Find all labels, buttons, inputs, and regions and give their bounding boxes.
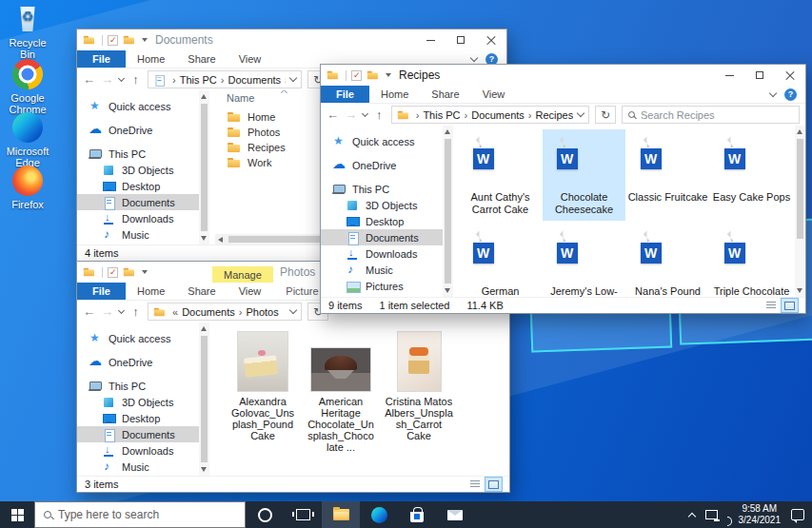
minimize-button[interactable] [714, 65, 744, 86]
details-view-button[interactable] [466, 478, 483, 491]
breadcrumb-segment[interactable]: This PC [180, 74, 217, 86]
search-input[interactable] [641, 109, 793, 121]
sidebar-item[interactable]: 3D Objects [321, 197, 443, 213]
file-explorer-taskbar-button[interactable] [322, 501, 360, 528]
breadcrumb-segment[interactable]: This PC [423, 109, 460, 121]
ribbon-tab[interactable]: View [471, 86, 517, 103]
details-view-button[interactable] [762, 299, 779, 312]
hidden-icons-chevron-icon[interactable] [687, 512, 695, 519]
breadcrumb-segment[interactable]: › [172, 74, 176, 86]
sidebar-item[interactable]: Desktop [77, 410, 199, 426]
minimize-button[interactable] [415, 29, 446, 50]
qat-properties-icon[interactable] [108, 35, 118, 46]
close-button[interactable] [476, 29, 506, 50]
qat-customize-caret-icon[interactable] [142, 38, 148, 42]
ribbon-tab[interactable]: File [77, 50, 126, 68]
scrollbar-thumb[interactable] [797, 139, 803, 239]
titlebar[interactable]: Recipes [321, 65, 805, 86]
ribbon-tab[interactable]: Share [176, 50, 227, 68]
breadcrumb-segment[interactable]: Documents [182, 306, 235, 318]
scroll-down-icon[interactable] [797, 288, 802, 293]
explorer-system-icon[interactable] [327, 69, 339, 81]
scroll-up-icon[interactable] [201, 94, 207, 99]
word-file-tile[interactable]: Easy Cake Pops [710, 129, 793, 221]
breadcrumb-segment[interactable]: › [221, 74, 225, 86]
sidebar-item[interactable]: 3D Objects [77, 162, 199, 178]
search-box[interactable] [622, 106, 800, 124]
scrollbar-thumb[interactable] [445, 139, 451, 284]
sidebar-item[interactable]: Quick access [321, 133, 443, 149]
scrollbar-thumb[interactable] [201, 336, 208, 462]
desktop-icon[interactable]: Firefox [0, 166, 55, 210]
refresh-button[interactable] [595, 106, 616, 124]
sidebar-scrollbar[interactable] [199, 323, 209, 476]
qat-new-folder-icon[interactable] [123, 34, 135, 46]
qat-new-folder-icon[interactable] [366, 69, 379, 81]
word-file-tile[interactable]: Nana's Pound Cake [626, 224, 709, 297]
folder-item[interactable]: Home [227, 109, 286, 125]
sidebar-item[interactable]: Desktop [321, 213, 443, 229]
ribbon-tab[interactable]: Share [420, 86, 470, 103]
sidebar-item[interactable]: Downloads [77, 210, 199, 226]
sidebar-item[interactable]: OneDrive [321, 157, 443, 173]
address-bar[interactable]: «Documents›Photos [148, 303, 302, 321]
word-file-tile[interactable]: German Chocolate Cake [459, 224, 542, 297]
explorer-system-icon[interactable] [83, 266, 95, 278]
word-file-tile[interactable]: Jeremy's Low-Fat Cheesecake [543, 224, 625, 297]
address-bar[interactable]: ›This PC›Documents›Recipes [391, 106, 590, 124]
back-icon[interactable] [327, 108, 339, 122]
scroll-down-icon[interactable] [201, 467, 207, 472]
word-file-tile[interactable]: Aunt Cathy's Carrot Cake [459, 129, 542, 221]
mail-taskbar-button[interactable] [436, 501, 474, 528]
taskbar-search-input[interactable] [58, 508, 236, 521]
manage-contextual-group[interactable]: Manage [212, 266, 273, 283]
back-icon[interactable] [83, 72, 95, 87]
recent-locations-caret-icon[interactable] [118, 306, 125, 313]
close-button[interactable] [775, 65, 805, 86]
cortana-button[interactable] [246, 501, 284, 528]
qat-properties-icon[interactable] [108, 267, 118, 278]
scrollbar-thumb[interactable] [201, 104, 208, 231]
sidebar-item[interactable]: Music [77, 226, 199, 243]
ribbon-tab[interactable]: File [77, 283, 126, 300]
ribbon-expand-caret-icon[interactable] [769, 88, 777, 96]
word-file-tile[interactable]: Triple Chocolate Cake [710, 224, 793, 297]
sidebar-item[interactable]: Music [77, 459, 199, 475]
sidebar-item[interactable]: OneDrive [77, 122, 199, 138]
sidebar-item[interactable]: This PC [77, 146, 199, 162]
desktop-icon[interactable]: Recycle Bin [0, 4, 55, 60]
ribbon-tab[interactable]: Home [126, 283, 176, 300]
photo-file-tile[interactable]: American Heritage Chocolate_Unsplash_Cho… [307, 328, 375, 453]
sidebar-item[interactable]: Quick access [77, 330, 199, 346]
sidebar-item[interactable]: Documents [321, 229, 443, 245]
photo-file-tile[interactable]: Cristina Matos Albers_Unsplash_Carrot Ca… [385, 328, 453, 441]
breadcrumb-segment[interactable]: › [416, 109, 420, 121]
breadcrumb-segment[interactable]: Documents [228, 74, 281, 86]
recent-locations-caret-icon[interactable] [118, 74, 125, 81]
sidebar-item[interactable]: Downloads [321, 245, 443, 262]
maximize-button[interactable] [446, 29, 476, 50]
forward-icon[interactable] [345, 108, 357, 122]
start-button[interactable] [0, 501, 34, 528]
folder-item[interactable]: Recipes [227, 140, 286, 155]
up-icon[interactable] [129, 72, 142, 87]
sidebar-item[interactable]: 3D Objects [77, 394, 199, 410]
help-icon[interactable] [784, 88, 797, 101]
desktop-icon[interactable]: Google Chrome [0, 59, 55, 115]
qat-properties-icon[interactable] [351, 70, 362, 81]
address-dropdown-caret-icon[interactable] [289, 306, 297, 314]
word-file-tile[interactable]: Classic Fruitcake [626, 129, 709, 221]
qat-customize-caret-icon[interactable] [142, 270, 148, 274]
sidebar-item[interactable]: Downloads [77, 442, 199, 459]
forward-icon[interactable] [101, 72, 113, 87]
ribbon-tab[interactable]: View [228, 283, 273, 300]
sidebar-item[interactable]: Pictures [321, 278, 443, 294]
sidebar-item[interactable]: Quick access [77, 98, 199, 114]
ribbon-tab[interactable]: View [228, 50, 273, 68]
up-icon[interactable] [373, 108, 386, 122]
taskbar-search[interactable] [34, 501, 246, 528]
scroll-up-icon[interactable] [201, 326, 207, 331]
task-view-button[interactable] [284, 501, 322, 528]
scroll-left-icon[interactable] [218, 237, 223, 243]
sidebar-item[interactable]: This PC [77, 378, 199, 394]
